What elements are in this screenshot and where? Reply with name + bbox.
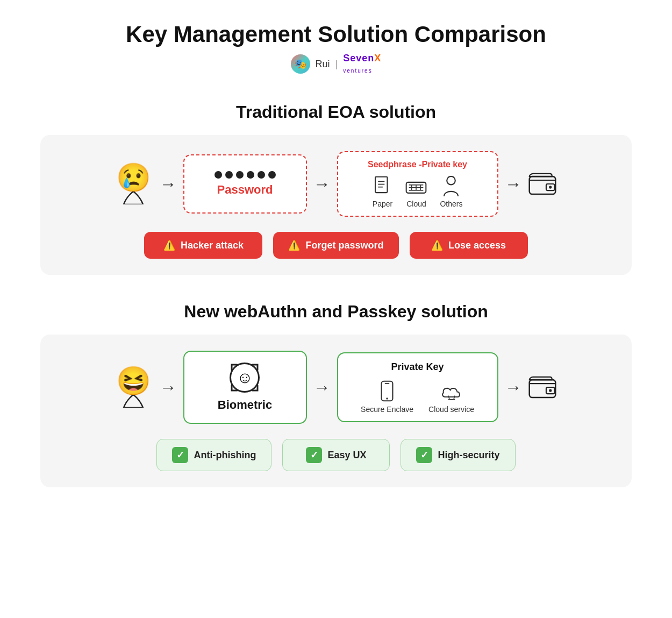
high-security-check-icon: ✓ xyxy=(416,447,432,463)
anti-phishing-label: Anti-phishing xyxy=(194,450,256,461)
hacker-warning-icon: ⚠️ xyxy=(163,239,175,251)
private-key-node: Private Key Secure Enclave xyxy=(337,352,498,422)
new-arrow-3: → xyxy=(505,379,522,396)
warning-badges: ⚠️ Hacker attack ⚠️ Forget password ⚠️ L… xyxy=(56,232,616,259)
traditional-diagram: 😢 → Password → xyxy=(40,135,632,275)
private-key-icons: Secure Enclave Cloud service xyxy=(361,380,474,414)
svg-rect-18 xyxy=(529,380,555,397)
new-solution-flow: 😆 → ☺ xyxy=(56,351,616,424)
new-solution-section: New webAuthn and Passkey solution 😆 → ☺ xyxy=(40,302,632,487)
svg-point-11 xyxy=(447,176,456,185)
forget-password-badge: ⚠️ Forget password xyxy=(273,232,398,259)
easy-ux-label: Easy UX xyxy=(327,450,366,461)
new-solution-diagram: 😆 → ☺ xyxy=(40,335,632,487)
password-node: Password xyxy=(183,154,307,214)
paper-item: Paper xyxy=(372,176,392,208)
secure-enclave-label: Secure Enclave xyxy=(361,405,413,414)
paper-icon xyxy=(372,176,392,196)
anti-phishing-check-icon: ✓ xyxy=(172,447,188,463)
traditional-user-body-icon xyxy=(120,191,146,204)
cloud-service-icon xyxy=(441,383,462,402)
svg-rect-12 xyxy=(529,176,555,194)
svg-point-20 xyxy=(549,389,552,392)
lose-warning-icon: ⚠️ xyxy=(431,239,443,251)
easy-ux-check-icon: ✓ xyxy=(306,447,322,463)
svg-point-14 xyxy=(549,186,552,188)
paper-label: Paper xyxy=(373,200,392,208)
forget-warning-icon: ⚠️ xyxy=(288,239,300,251)
author-avatar: 🎭 xyxy=(291,54,310,74)
anti-phishing-badge: ✓ Anti-phishing xyxy=(156,439,271,471)
password-dots xyxy=(215,171,276,179)
traditional-flow: 😢 → Password → xyxy=(56,151,616,217)
high-security-badge: ✓ High-security xyxy=(401,439,515,471)
phone-icon xyxy=(378,380,396,402)
traditional-user-emoji: 😢 xyxy=(116,164,151,191)
traditional-wallet xyxy=(528,170,556,198)
face-scan-emoji: ☺ xyxy=(237,368,253,387)
cloud-icon xyxy=(405,178,427,196)
biometric-label: Biometric xyxy=(218,398,272,412)
others-label: Others xyxy=(440,200,462,208)
lose-access-label: Lose access xyxy=(448,240,506,251)
seedphrase-node: Seedphrase -Private key Paper xyxy=(337,151,498,217)
svg-point-17 xyxy=(386,397,388,399)
traditional-wallet-icon xyxy=(528,170,556,198)
cloud-service-label: Cloud service xyxy=(428,405,474,414)
success-badges: ✓ Anti-phishing ✓ Easy UX ✓ High-securit… xyxy=(56,439,616,471)
others-icon xyxy=(442,176,460,196)
hacker-attack-badge: ⚠️ Hacker attack xyxy=(144,232,262,259)
others-item: Others xyxy=(440,176,462,208)
author-name: Rui xyxy=(316,59,330,70)
face-scan-icon: ☺ xyxy=(230,363,260,393)
private-key-title: Private Key xyxy=(391,361,444,373)
arrow-3: → xyxy=(505,175,522,193)
author-row: 🎭 Rui | SevenXventures xyxy=(291,53,382,75)
new-user-emoji: 😆 xyxy=(116,367,151,395)
seedphrase-title: Seedphrase -Private key xyxy=(368,160,467,169)
cloud-label: Cloud xyxy=(406,200,426,208)
new-wallet xyxy=(528,373,556,401)
new-solution-title: New webAuthn and Passkey solution xyxy=(40,302,632,322)
new-user-body-icon xyxy=(120,395,146,408)
traditional-section: Traditional EOA solution 😢 → xyxy=(40,102,632,275)
new-arrow-2: → xyxy=(313,379,331,396)
biometric-wrapper: ☺ Biometric xyxy=(218,363,272,412)
divider: | xyxy=(335,59,338,70)
cloud-item: Cloud xyxy=(405,178,427,208)
easy-ux-badge: ✓ Easy UX xyxy=(282,439,390,471)
arrow-1: → xyxy=(160,175,177,193)
forget-password-label: Forget password xyxy=(305,240,383,251)
brand-logo: SevenXventures xyxy=(343,53,381,75)
cloud-service-item: Cloud service xyxy=(428,383,474,414)
hacker-attack-label: Hacker attack xyxy=(181,240,244,251)
high-security-label: High-security xyxy=(438,450,499,461)
biometric-node: ☺ Biometric xyxy=(183,351,307,424)
arrow-2: → xyxy=(313,175,331,193)
new-wallet-icon xyxy=(528,373,556,401)
seedphrase-icons: Paper Cloud xyxy=(372,176,462,208)
page-title: Key Management Solution Comparison xyxy=(126,22,546,47)
new-arrow-1: → xyxy=(160,379,177,396)
password-label: Password xyxy=(217,183,273,197)
lose-access-badge: ⚠️ Lose access xyxy=(410,232,528,259)
traditional-title: Traditional EOA solution xyxy=(40,102,632,122)
secure-enclave-item: Secure Enclave xyxy=(361,380,413,414)
